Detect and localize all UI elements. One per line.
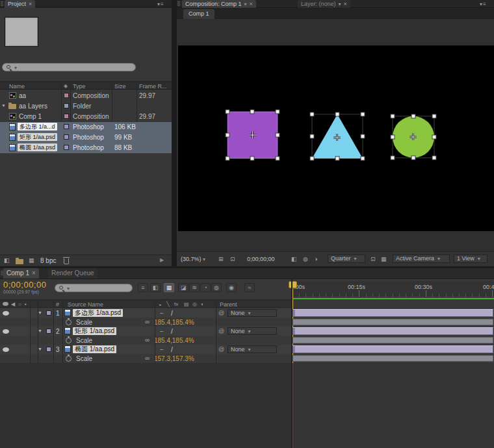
effects-column-icon[interactable]: fx	[174, 301, 178, 307]
comp-viewer-tab[interactable]: Comp 1	[183, 9, 214, 19]
panel-splitter[interactable]	[291, 279, 292, 448]
auto-keyframe-icon[interactable]: ◉	[226, 283, 237, 292]
close-icon[interactable]: ×	[250, 1, 253, 7]
property-name[interactable]: Scale	[76, 319, 92, 326]
panel-grip[interactable]	[1, 1, 3, 6]
column-divider[interactable]	[30, 299, 31, 363]
tab-render-queue[interactable]: Render Queue	[48, 268, 98, 279]
layer-row[interactable]: ▼ 3 椭圆 1/aa.psd − / @ None▾	[0, 345, 494, 354]
layer-duration-bar[interactable]	[292, 345, 493, 353]
layer-row[interactable]: ▼ 1 多边形 1/aa.psd − / @ None▾	[0, 308, 494, 317]
property-row[interactable]: Scale ∞ 157.3,157.3%	[0, 354, 494, 363]
mini-flowchart-icon[interactable]: ≡	[138, 283, 148, 292]
expand-arrow-icon[interactable]: ▼	[1, 103, 6, 108]
layer-name[interactable]: 多边形 1/aa.psd	[73, 309, 123, 317]
tab-composition[interactable]: Composition: Comp 1▾×	[182, 0, 256, 8]
brainstorm-icon[interactable]: ◍	[211, 283, 222, 292]
video-column-icon[interactable]	[3, 302, 8, 306]
stopwatch-icon[interactable]	[66, 319, 72, 325]
current-time-indicator-handle[interactable]	[289, 281, 297, 288]
time-ruler[interactable]: :00s 00:15s 00:30s 00:4	[292, 281, 494, 297]
grid-guides-icon[interactable]: ⊞	[218, 256, 224, 262]
tab-timeline-comp[interactable]: Comp 1×	[3, 268, 39, 279]
current-time-display[interactable]: 0;00;00;00	[3, 280, 46, 290]
column-number[interactable]: #	[56, 301, 59, 308]
column-type[interactable]: Type	[73, 83, 86, 90]
quality-switch[interactable]: −	[160, 310, 164, 317]
eye-icon[interactable]	[3, 311, 9, 316]
motion-blur-column-icon[interactable]: ◎	[192, 301, 197, 307]
frame-blend-column-icon[interactable]: ▤	[184, 301, 189, 307]
shy-layers-icon[interactable]: ◪	[178, 283, 188, 292]
show-snapshot-icon[interactable]: ◍	[303, 256, 308, 262]
property-row[interactable]: Scale ∞ 185.4,185.4%	[0, 317, 494, 327]
table-row[interactable]: 椭圆 1/aa.psd Photoshop 88 KB	[0, 143, 172, 153]
parent-pickwhip-icon[interactable]: @	[218, 310, 224, 316]
chevron-down-icon[interactable]: ▾	[339, 1, 341, 7]
table-row[interactable]: 多边形 1/a...d Photoshop 106 KB	[0, 122, 172, 132]
live-update-icon[interactable]: ▦	[164, 283, 174, 292]
layer-duration-bar[interactable]	[292, 309, 493, 317]
table-row[interactable]: ▼ aa Layers Folder	[0, 101, 172, 112]
region-of-interest-icon[interactable]: ⊡	[370, 256, 376, 262]
panel-menu-icon[interactable]: ▾≡	[480, 1, 487, 7]
parent-pickwhip-icon[interactable]: @	[218, 328, 224, 334]
mask-visibility-icon[interactable]: ⊡	[230, 256, 235, 262]
stopwatch-icon[interactable]	[66, 338, 72, 343]
label-color-chip[interactable]	[46, 347, 51, 352]
property-value[interactable]: 185.4,185.4%	[154, 337, 194, 344]
label-color-column-icon[interactable]: ◈	[64, 83, 68, 89]
layer-name[interactable]: 矩形 1/aa.psd	[73, 327, 116, 335]
table-row[interactable]: Comp 1 Composition 29.97	[0, 112, 172, 122]
scroll-right-icon[interactable]: ▶	[160, 257, 164, 263]
composition-view[interactable]	[178, 45, 494, 231]
snapshot-icon[interactable]: ◧	[291, 256, 297, 262]
draft-3d-icon[interactable]: ◧	[150, 283, 161, 292]
color-depth-label[interactable]: 8 bpc	[40, 257, 56, 264]
property-name[interactable]: Scale	[76, 337, 92, 344]
3d-column-icon[interactable]: ◐	[201, 301, 204, 307]
parent-dropdown[interactable]: None▾	[228, 345, 277, 353]
layer-duration-bar[interactable]	[292, 327, 493, 335]
label-color-chip[interactable]	[46, 329, 51, 334]
interpret-footage-icon[interactable]: ◧	[4, 257, 10, 264]
layer-name[interactable]: 椭圆 1/aa.psd	[73, 345, 116, 353]
graph-editor-icon[interactable]: ≈	[244, 283, 255, 292]
twirl-arrow-icon[interactable]: ▼	[38, 347, 42, 351]
frame-blending-icon[interactable]: ≋	[189, 283, 200, 292]
label-color-chip[interactable]	[64, 145, 69, 150]
column-size[interactable]: Size	[114, 83, 126, 90]
label-color-chip[interactable]	[64, 93, 69, 98]
project-table-header[interactable]: Name ◈ Type Size Frame R...	[0, 81, 172, 90]
link-icon[interactable]: ∞	[145, 318, 150, 325]
close-icon[interactable]: ×	[32, 269, 36, 277]
column-divider[interactable]	[155, 299, 155, 363]
layer-row[interactable]: ▼ 2 矩形 1/aa.psd − / @ None▾	[0, 327, 494, 336]
close-icon[interactable]: ×	[29, 1, 32, 7]
project-search-input[interactable]: ▾	[2, 63, 136, 71]
audio-column-icon[interactable]: ◀	[11, 301, 15, 307]
column-frame-rate[interactable]: Frame R...	[139, 83, 167, 90]
stopwatch-icon[interactable]	[66, 356, 72, 362]
label-color-chip[interactable]	[64, 124, 69, 129]
trash-icon[interactable]	[64, 258, 69, 264]
column-divider[interactable]	[38, 299, 38, 363]
link-icon[interactable]: ∞	[145, 355, 150, 362]
tab-project[interactable]: Project×	[5, 0, 35, 8]
property-row[interactable]: Scale ∞ 185.4,185.4%	[0, 336, 494, 345]
twirl-arrow-icon[interactable]: ▼	[38, 329, 42, 333]
panel-menu-icon[interactable]: ▾≡	[157, 1, 164, 7]
camera-dropdown[interactable]: Active Camera▾	[393, 255, 450, 263]
quality-switch[interactable]: −	[160, 328, 164, 335]
link-icon[interactable]: ∞	[145, 336, 150, 343]
timeline-search-input[interactable]: ▾	[55, 284, 133, 292]
quality-best-switch[interactable]: /	[171, 346, 173, 353]
new-composition-icon[interactable]: ▦	[29, 257, 34, 264]
label-color-chip[interactable]	[46, 310, 51, 316]
property-name[interactable]: Scale	[76, 355, 92, 362]
label-color-chip[interactable]	[64, 134, 69, 140]
quality-best-switch[interactable]: /	[171, 328, 173, 335]
table-row[interactable]: 矩形 1/aa.psd Photoshop 99 KB	[0, 132, 172, 143]
quality-switch[interactable]: −	[160, 346, 164, 353]
viewer-timecode[interactable]: 0;00;00;00	[247, 256, 275, 262]
